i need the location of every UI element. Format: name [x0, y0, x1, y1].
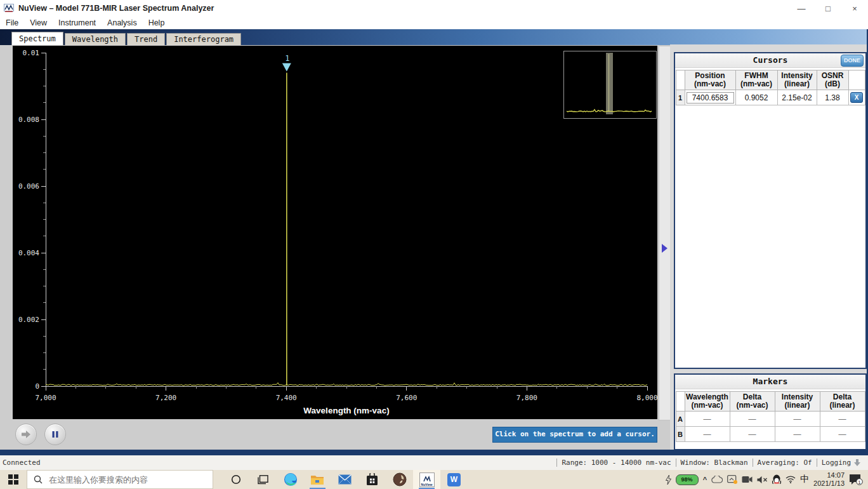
cursor-intensity-value: 2.15e-02: [777, 90, 817, 105]
download-arrow-icon: [853, 459, 861, 467]
maximize-button[interactable]: □: [815, 0, 841, 17]
search-icon: [34, 475, 43, 484]
x-tick-label: 7,000: [35, 394, 56, 402]
cortana-circle-icon: [231, 474, 241, 485]
overview-inset[interactable]: [563, 51, 657, 119]
status-averaging: Averaging: Of: [753, 459, 817, 467]
status-connected: Connected: [3, 459, 41, 467]
panel-expander-strip[interactable]: [659, 46, 671, 420]
cursor-position-value[interactable]: 7400.6583: [687, 92, 734, 104]
done-button[interactable]: DONE: [841, 55, 864, 67]
menu-file[interactable]: File: [0, 18, 24, 27]
tab-spectrum[interactable]: Spectrum: [11, 32, 63, 45]
status-window: Window: Blackman: [676, 459, 753, 467]
menu-view[interactable]: View: [24, 18, 53, 27]
minimize-button[interactable]: —: [788, 0, 815, 17]
markers-col-intensity: Intensity(linear): [775, 392, 820, 412]
pause-button[interactable]: [44, 424, 66, 445]
clock[interactable]: 14:07 2021/1/13: [813, 471, 845, 488]
status-logging[interactable]: Logging: [817, 459, 865, 467]
tab-wavelength[interactable]: Wavelength: [65, 33, 126, 45]
cursor-marker-triangle: [282, 64, 291, 72]
inset-view-band: [606, 53, 613, 114]
tab-interferogram[interactable]: Interferogram: [166, 33, 241, 45]
task-view-button[interactable]: [249, 470, 277, 489]
notification-badge: 1: [858, 479, 861, 485]
round-brown-app-button[interactable]: [386, 470, 413, 489]
spectrum-plot[interactable]: 00.0020.0040.0060.0080.017,0007,2007,400…: [13, 46, 657, 419]
y-tick-label: 0.006: [18, 182, 39, 191]
markers-panel-title: Markers: [675, 375, 865, 389]
expander-arrow-icon[interactable]: [662, 244, 667, 253]
camera-icon[interactable]: [742, 476, 753, 483]
x-axis-title: Wavelength (nm-vac): [303, 406, 389, 415]
cursor-marker-label[interactable]: 1: [285, 54, 289, 63]
cursor-row: 1 7400.6583 0.9052 2.15e-02 1.38 X: [676, 90, 865, 105]
close-button[interactable]: ×: [841, 0, 868, 17]
marker-a-delta-lin: —: [820, 412, 865, 427]
cursors-panel-title: Cursors DONE: [675, 53, 865, 68]
markers-col-delta-lin: Delta(linear): [820, 392, 865, 412]
volume-muted-icon[interactable]: [757, 476, 768, 484]
cursor-osnr-value: 1.38: [817, 90, 848, 105]
wifi-icon[interactable]: [786, 476, 796, 483]
x-tick-label: 7,200: [155, 394, 176, 402]
tab-trend[interactable]: Trend: [127, 33, 165, 45]
file-explorer-button[interactable]: [304, 470, 331, 489]
wps-button[interactable]: W: [440, 470, 468, 489]
x-tick-label: 7,400: [276, 394, 297, 402]
qq-icon[interactable]: [772, 474, 781, 485]
microsoft-store-icon: [366, 473, 378, 486]
ime-indicator[interactable]: 中: [800, 474, 809, 485]
axis-lines: [46, 53, 647, 386]
snip-tool-icon[interactable]: [727, 475, 737, 484]
cursor-delete-button[interactable]: X: [850, 92, 863, 103]
spectrum-plot-svg[interactable]: 00.0020.0040.0060.0080.017,0007,2007,400…: [13, 46, 657, 419]
pause-icon: [51, 431, 59, 438]
continue-button[interactable]: [15, 424, 37, 445]
file-explorer-icon: [311, 474, 324, 485]
nuview-glyph-icon: [423, 476, 431, 483]
window-controls: — □ ×: [788, 0, 868, 17]
marker-b-intensity: —: [775, 427, 820, 442]
overview-inset-svg: [564, 51, 655, 117]
cursor-fwhm-value: 0.9052: [735, 90, 777, 105]
y-tick-label: 0.008: [18, 116, 39, 124]
tray-date: 2021/1/13: [813, 479, 845, 488]
markers-col-wavelength: Wavelength(nm-vac): [685, 392, 730, 412]
marker-a-wavelength: —: [685, 412, 730, 427]
edge-button[interactable]: [277, 470, 304, 489]
start-button[interactable]: [0, 470, 27, 489]
marker-row-b: B — — — —: [676, 427, 865, 442]
status-right-group: Range: 1000 - 14000 nm-vac Window: Black…: [556, 459, 865, 467]
x-tick-label: 7,800: [516, 394, 537, 402]
menu-bar: File View Instrument Analysis Help: [0, 17, 868, 30]
cursors-table: Position(nm-vac) FWHM(nm-vac) Intensity(…: [676, 70, 865, 105]
y-tick-label: 0.002: [18, 316, 39, 324]
menu-analysis[interactable]: Analysis: [102, 18, 143, 27]
y-tick-label: 0.004: [18, 249, 39, 257]
store-button[interactable]: [358, 470, 386, 489]
menu-help[interactable]: Help: [143, 18, 171, 27]
status-range: Range: 1000 - 14000 nm-vac: [556, 459, 675, 467]
menu-instrument[interactable]: Instrument: [53, 18, 102, 27]
status-logging-label: Logging: [822, 459, 851, 467]
onedrive-cloud-icon[interactable]: [711, 476, 723, 483]
nuview-taskbar-button[interactable]: NuView: [413, 470, 440, 489]
notification-center-icon[interactable]: 1: [849, 474, 863, 485]
taskbar-search-box[interactable]: [27, 470, 213, 489]
system-tray: 98% ^: [666, 471, 868, 488]
charging-bolt-icon: [666, 475, 671, 485]
marker-b-delta-lin: —: [820, 427, 865, 442]
y-tick-label: 0.01: [23, 49, 40, 57]
tray-chevron-up[interactable]: ^: [703, 476, 707, 483]
cortana-button[interactable]: [222, 470, 249, 489]
mail-button[interactable]: [331, 470, 358, 489]
search-input[interactable]: [48, 474, 202, 485]
app-logo-icon: [4, 4, 14, 13]
window-title: NuView – Model 771B-MIR Laser Spectrum A…: [18, 4, 214, 13]
markers-title-text: Markers: [753, 377, 788, 386]
markers-col-delta-nm: Delta(nm-vac): [730, 392, 775, 412]
marker-a-delta-nm: —: [730, 412, 775, 427]
battery-indicator[interactable]: 98%: [676, 474, 699, 485]
